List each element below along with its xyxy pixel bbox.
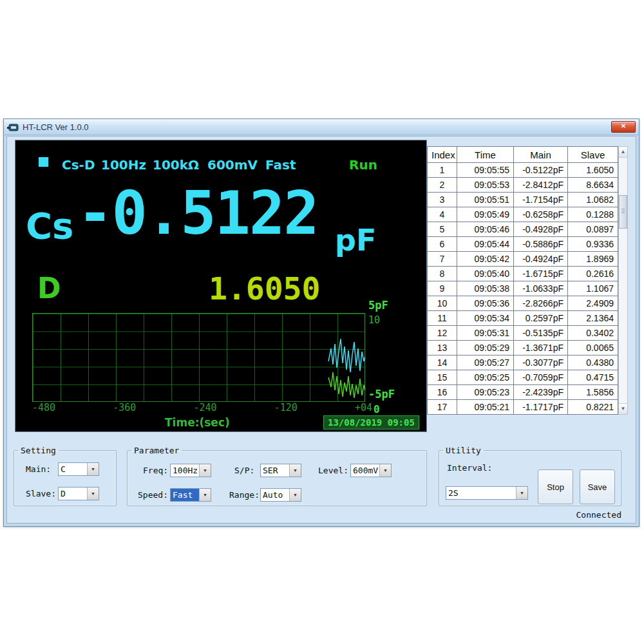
cell-main: -1.7154pF <box>514 193 568 207</box>
cell-slave: 1.1067 <box>568 281 618 296</box>
table-row[interactable]: 509:05:46-0.4928pF0.0897 <box>428 222 618 237</box>
range-combo[interactable]: Auto ▼ <box>260 488 301 502</box>
connection-status: Connected <box>576 510 621 520</box>
cell-main: -2.8266pF <box>514 296 568 311</box>
sp-combo[interactable]: SER ▼ <box>260 464 301 477</box>
table-row[interactable]: 1009:05:36-2.8266pF2.4909 <box>428 296 618 311</box>
cell-main: -0.5886pF <box>514 237 568 252</box>
cell-slave: 1.8969 <box>568 252 618 267</box>
table-row[interactable]: 209:05:53-2.8412pF8.6634 <box>428 178 618 193</box>
dropdown-arrow-icon[interactable]: ▼ <box>516 487 527 499</box>
table-row[interactable]: 1109:05:340.2597pF2.1364 <box>428 311 618 326</box>
dropdown-arrow-icon[interactable]: ▼ <box>199 489 211 501</box>
parameter-legend: Parameter <box>131 446 182 455</box>
cell-time: 09:05:31 <box>457 326 514 341</box>
table-row[interactable]: 609:05:44-0.5886pF0.9336 <box>428 237 618 252</box>
cell-time: 09:05:29 <box>457 341 514 355</box>
measurement-table: Index Time Main Slave 109:05:55-0.5122pF… <box>427 146 618 415</box>
cell-main: -0.7059pF <box>514 370 568 385</box>
setting-legend: Setting <box>18 446 59 455</box>
cell-index: 11 <box>428 311 457 326</box>
scrollbar-track[interactable] <box>619 158 627 403</box>
table-row[interactable]: 1309:05:29-1.3671pF0.0065 <box>428 341 618 355</box>
header-main: Main <box>514 147 568 163</box>
table-row[interactable]: 709:05:42-0.4924pF1.8969 <box>428 252 618 267</box>
table-row[interactable]: 409:05:49-0.6258pF0.1288 <box>428 207 618 222</box>
titlebar[interactable]: HT-LCR Ver 1.0.0 ✕ <box>4 119 639 135</box>
speed-label: Speed: <box>138 490 168 500</box>
main-reading-label: Cs <box>26 205 73 247</box>
header-index: Index <box>428 147 457 163</box>
y-axis-bottom-label: 0 <box>374 403 380 415</box>
cell-time: 09:05:36 <box>457 296 514 311</box>
waveform-svg <box>32 313 365 402</box>
page: HT-LCR Ver 1.0.0 ✕ Cs-D 100Hz 100kΩ 600m… <box>0 0 644 644</box>
status-speed: Fast <box>265 157 296 173</box>
scrollbar-thumb[interactable] <box>619 195 627 229</box>
table-row[interactable]: 909:05:38-1.0633pF1.1067 <box>428 281 618 296</box>
cell-time: 09:05:49 <box>457 207 514 222</box>
x-axis-label: -120 <box>274 402 298 413</box>
dropdown-arrow-icon[interactable]: ▼ <box>289 489 301 501</box>
cell-time: 09:05:38 <box>457 281 514 296</box>
cell-main: -0.4928pF <box>514 222 568 237</box>
table-row[interactable]: 1509:05:25-0.7059pF0.4715 <box>428 370 618 385</box>
cell-slave: 0.1288 <box>568 207 618 222</box>
header-time: Time <box>457 147 514 163</box>
table-row[interactable]: 309:05:51-1.7154pF1.0682 <box>428 193 618 207</box>
save-button[interactable]: Save <box>580 469 615 504</box>
table-row[interactable]: 1709:05:21-1.1717pF0.8221 <box>428 400 618 415</box>
scroll-up-button[interactable]: ▲ <box>619 147 627 158</box>
range-label: Range: <box>229 490 260 500</box>
close-button[interactable]: ✕ <box>611 121 636 133</box>
cell-index: 6 <box>428 237 457 252</box>
interval-combo[interactable]: 2S ▼ <box>446 486 528 500</box>
level-combo-value: 600mV <box>351 464 379 477</box>
cell-main: -1.1717pF <box>514 400 568 415</box>
slave-waveform <box>328 372 365 398</box>
slave-label: Slave: <box>26 489 56 498</box>
interval-combo-value: 2S <box>446 487 516 499</box>
level-combo[interactable]: 600mV ▼ <box>350 464 392 477</box>
table-row[interactable]: 1409:05:27-0.3077pF0.4380 <box>428 355 618 370</box>
dropdown-arrow-icon[interactable]: ▼ <box>87 463 99 475</box>
cell-index: 2 <box>428 178 457 193</box>
freq-combo[interactable]: 100Hz ▼ <box>170 464 211 477</box>
dropdown-arrow-icon[interactable]: ▼ <box>379 464 391 477</box>
cell-slave: 2.1364 <box>568 311 618 326</box>
table-row[interactable]: 1209:05:31-0.5135pF0.3402 <box>428 326 618 341</box>
table-row[interactable]: 1609:05:23-2.4239pF1.5856 <box>428 385 618 400</box>
cell-index: 5 <box>428 222 457 237</box>
main-reading-unit: pF <box>335 223 376 258</box>
cell-time: 09:05:46 <box>457 222 514 237</box>
cell-time: 09:05:42 <box>457 252 514 267</box>
cell-index: 4 <box>428 207 457 222</box>
main-combo[interactable]: C ▼ <box>58 462 99 476</box>
cell-main: -0.6258pF <box>514 207 568 222</box>
slave-combo[interactable]: D ▼ <box>58 487 99 500</box>
table-scrollbar[interactable]: ▲ ▼ <box>618 146 628 415</box>
table-row[interactable]: 809:05:40-1.6715pF0.2616 <box>428 267 618 281</box>
dropdown-arrow-icon[interactable]: ▼ <box>289 464 301 477</box>
dropdown-arrow-icon[interactable]: ▼ <box>87 488 99 500</box>
y-axis-top-label: 10 <box>368 314 380 326</box>
lcd-status-row: Cs-D 100Hz 100kΩ 600mV Fast Run <box>15 157 426 174</box>
cell-slave: 0.2616 <box>568 267 618 281</box>
cell-index: 13 <box>428 341 457 355</box>
cell-time: 09:05:27 <box>457 355 514 370</box>
speed-combo[interactable]: Fast ▼ <box>170 488 211 502</box>
speed-combo-value: Fast <box>171 489 199 501</box>
x-axis-label: +04 <box>355 402 372 413</box>
x-axis-label: -360 <box>113 402 136 413</box>
header-slave: Slave <box>568 147 618 163</box>
freq-combo-value: 100Hz <box>171 464 199 477</box>
scroll-down-button[interactable]: ▼ <box>619 403 627 414</box>
cell-index: 1 <box>428 163 457 178</box>
utility-legend: Utility <box>443 446 484 455</box>
cell-index: 9 <box>428 281 457 296</box>
stop-button[interactable]: Stop <box>538 469 573 504</box>
window-client-area: Cs-D 100Hz 100kΩ 600mV Fast Run Cs -0.51… <box>6 136 636 524</box>
measurement-table-area: Index Time Main Slave 109:05:55-0.5122pF… <box>427 146 628 415</box>
table-row[interactable]: 109:05:55-0.5122pF1.6050 <box>428 163 618 178</box>
dropdown-arrow-icon[interactable]: ▼ <box>199 464 211 477</box>
